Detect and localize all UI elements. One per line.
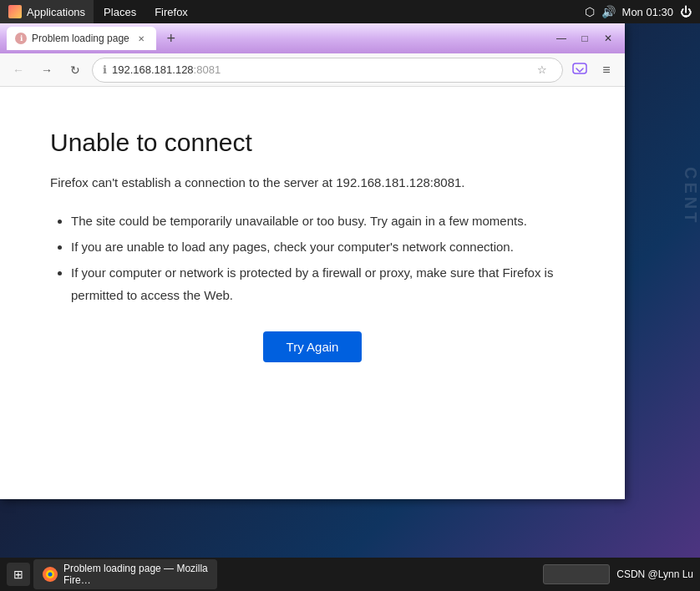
new-tab-button[interactable]: + (160, 27, 183, 50)
try-again-button[interactable]: Try Again (263, 331, 363, 362)
address-host: 192.168.181.128 (112, 63, 194, 76)
taskbar-username: CSDN @Lynn Lu (616, 568, 693, 580)
taskbar-firefox-app[interactable]: Problem loading page — Mozilla Fire… (33, 559, 217, 589)
firefox-menu[interactable]: Firefox (146, 0, 196, 23)
clock: Mon 01:30 (622, 6, 673, 18)
error-title: Unable to connect (50, 129, 575, 157)
address-info-icon: ℹ (103, 63, 107, 76)
forward-button[interactable]: → (35, 58, 58, 82)
pocket-icon[interactable] (568, 58, 591, 82)
firefox-label: Firefox (155, 6, 188, 18)
centos-watermark: CENT (681, 167, 700, 225)
error-description: Firefox can't establish a connection to … (50, 174, 575, 193)
browser-content: Unable to connect Firefox can't establis… (0, 87, 625, 499)
address-port: :8081 (194, 63, 221, 76)
system-bar: Applications Places Firefox ⬡ 🔊 Mon 01:3… (0, 0, 700, 23)
error-list: The site could be temporarily unavailabl… (50, 210, 575, 306)
minimize-button[interactable]: — (551, 28, 571, 48)
list-item: If you are unable to load any pages, che… (71, 235, 575, 258)
maximize-button[interactable]: □ (575, 28, 595, 48)
firefox-taskbar-icon (42, 566, 58, 583)
reload-button[interactable]: ↻ (63, 58, 87, 82)
app-icon (8, 5, 22, 18)
try-again-container: Try Again (50, 331, 575, 362)
tab-title: Problem loading page (32, 33, 129, 44)
address-bar[interactable]: ℹ 192.168.181.128:8081 ☆ (92, 58, 563, 83)
network-icon[interactable]: ⬡ (585, 5, 595, 18)
close-button[interactable]: ✕ (598, 28, 618, 48)
bookmark-icon[interactable]: ☆ (532, 60, 552, 80)
toolbar-right: ≡ (568, 58, 618, 82)
tab-favicon-icon: ℹ (20, 34, 23, 43)
browser-window: ℹ Problem loading page ✕ + — □ ✕ ← → ↻ ℹ… (0, 23, 625, 499)
browser-titlebar: ℹ Problem loading page ✕ + — □ ✕ (0, 23, 625, 53)
browser-tab[interactable]: ℹ Problem loading page ✕ (7, 27, 156, 50)
back-button[interactable]: ← (7, 58, 30, 82)
list-item: The site could be temporarily unavailabl… (71, 210, 575, 232)
taskbar-show-desktop[interactable]: ⊞ (7, 563, 30, 586)
applications-label: Applications (27, 6, 85, 18)
address-actions: ☆ (532, 60, 552, 80)
system-bar-right: ⬡ 🔊 Mon 01:30 ⏻ (585, 5, 700, 18)
address-text: 192.168.181.128:8081 (112, 63, 527, 76)
places-menu[interactable]: Places (95, 0, 145, 23)
taskbar-input[interactable] (543, 564, 610, 584)
tab-favicon: ℹ (15, 33, 27, 44)
places-label: Places (104, 6, 136, 18)
power-icon[interactable]: ⏻ (680, 5, 692, 18)
applications-menu[interactable]: Applications (0, 0, 94, 23)
taskbar-left: ⊞ Problem loading page — Mozilla Fire… (7, 559, 217, 589)
system-bar-left: Applications Places Firefox (0, 0, 196, 23)
taskbar-app-label: Problem loading page — Mozilla Fire… (63, 563, 209, 586)
tab-close-button[interactable]: ✕ (134, 32, 148, 45)
taskbar: ⊞ Problem loading page — Mozilla Fire… C… (0, 558, 700, 591)
browser-toolbar: ← → ↻ ℹ 192.168.181.128:8081 ☆ ≡ (0, 53, 625, 87)
taskbar-right: CSDN @Lynn Lu (543, 564, 693, 584)
menu-icon[interactable]: ≡ (595, 58, 618, 82)
svg-point-3 (48, 573, 53, 577)
volume-icon[interactable]: 🔊 (601, 5, 616, 18)
window-controls: — □ ✕ (551, 28, 618, 48)
list-item: If your computer or network is protected… (71, 261, 575, 306)
